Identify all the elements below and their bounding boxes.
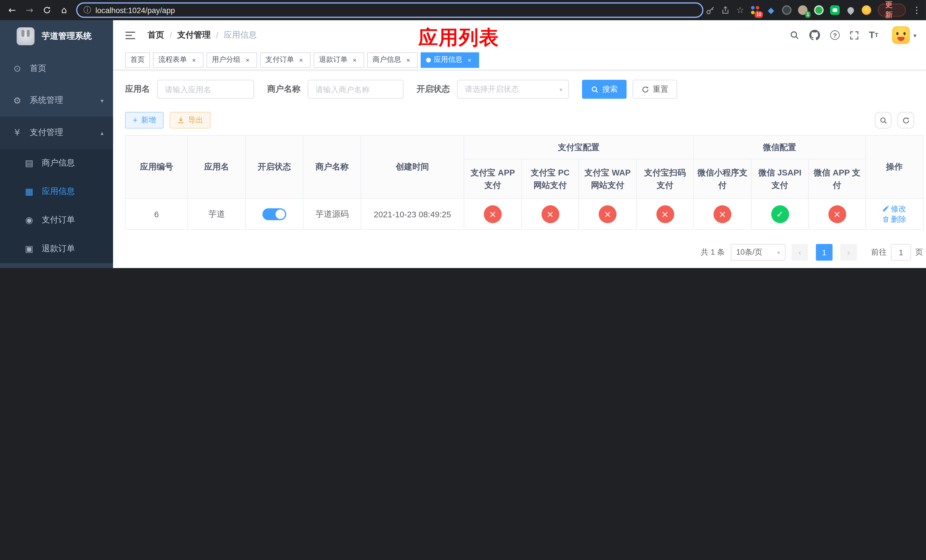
- browser-menu-icon[interactable]: ⋮: [912, 5, 921, 16]
- close-icon[interactable]: ×: [244, 56, 252, 64]
- fullscreen-icon[interactable]: [850, 31, 859, 39]
- user-menu[interactable]: ▾: [892, 26, 917, 44]
- merchant-name-input[interactable]: [307, 80, 403, 99]
- sidebar-item-app-info[interactable]: ▦ 应用信息: [0, 177, 113, 206]
- close-icon[interactable]: ×: [465, 56, 474, 64]
- toggle-search-button[interactable]: [875, 112, 891, 129]
- col-create-time: 创建时间: [361, 135, 464, 198]
- breadcrumb-home[interactable]: 首页: [147, 30, 164, 41]
- next-page-button[interactable]: ›: [840, 244, 857, 261]
- sidebar-item-payment[interactable]: ¥ 支付管理 ▴: [0, 117, 113, 149]
- chevron-down-icon: ▾: [914, 32, 917, 38]
- top-navbar: 首页 / 支付管理 / 应用信息 ?: [113, 20, 926, 50]
- sidebar-item-pay-order[interactable]: ◉ 支付订单: [0, 206, 113, 235]
- cell-app-id: 6: [125, 198, 188, 230]
- col-app-id: 应用编号: [125, 135, 188, 198]
- app-title: 芋道管理系统: [42, 31, 92, 42]
- password-key-icon[interactable]: [706, 6, 715, 15]
- extension-gem-icon[interactable]: ◆: [766, 5, 775, 15]
- add-button-label: 新增: [141, 115, 156, 125]
- dashboard-icon: ⊙: [12, 63, 23, 74]
- prev-page-button[interactable]: ‹: [791, 244, 808, 261]
- close-icon[interactable]: ×: [351, 56, 359, 64]
- breadcrumb: 首页 / 支付管理 / 应用信息: [147, 30, 257, 41]
- app-name-label: 应用名: [125, 84, 150, 95]
- app-table: 应用编号 应用名 开启状态 商户名称 创建时间 支付宝配置 微信配置 操作 支付…: [125, 135, 924, 230]
- extension-pin-icon[interactable]: [846, 5, 855, 15]
- sidebar-item-home[interactable]: ⊙ 首页: [0, 52, 113, 85]
- app-name-input[interactable]: [157, 80, 254, 99]
- smiley-glyph: [862, 5, 872, 15]
- chevron-up-icon: ▴: [100, 129, 104, 136]
- extension-chat-icon[interactable]: [830, 5, 840, 15]
- tab-label: 商户信息: [372, 55, 401, 65]
- search-icon[interactable]: [790, 30, 799, 40]
- sidebar-item-merchant-info[interactable]: ▤ 商户信息: [0, 149, 113, 177]
- goto-suffix: 页: [915, 247, 923, 258]
- sidebar-toggle-icon[interactable]: [123, 31, 138, 39]
- extension-badge: 10: [755, 11, 763, 18]
- close-icon[interactable]: ×: [297, 56, 305, 64]
- browser-home-icon[interactable]: ⌂: [57, 2, 71, 18]
- breadcrumb-separator: /: [216, 30, 218, 40]
- status-select[interactable]: 请选择开启状态 ▾: [457, 80, 569, 99]
- reload-icon[interactable]: [39, 2, 54, 18]
- sidebar-item-infrastructure[interactable]: ▥ 基础设施 ▾: [0, 263, 113, 268]
- sidebar-item-refund-order[interactable]: ▣ 退款订单: [0, 235, 113, 263]
- page-size-select[interactable]: 10条/页 ▾: [731, 244, 785, 261]
- close-icon[interactable]: ×: [190, 56, 198, 64]
- browser-toolbar: ← → ⌂ ⓘ localhost:1024/pay/app ☆ 10 ◆: [0, 0, 926, 20]
- sidebar: 芋道管理系统 ⊙ 首页 ⚙ 系统管理 ▾ ¥ 支付管理 ▴: [0, 20, 113, 268]
- extension-green-circle-icon[interactable]: [814, 5, 823, 15]
- status-toggle[interactable]: [263, 208, 286, 220]
- back-icon[interactable]: ←: [5, 2, 20, 18]
- search-button[interactable]: 搜索: [582, 80, 627, 99]
- address-bar[interactable]: ⓘ localhost:1024/pay/app: [76, 2, 703, 18]
- page-1-button[interactable]: 1: [816, 244, 832, 261]
- url-text: localhost:1024/pay/app: [95, 6, 175, 15]
- reset-button[interactable]: 重置: [633, 80, 678, 99]
- refresh-icon: [902, 116, 909, 124]
- edit-link[interactable]: 修改: [882, 203, 906, 214]
- tab-pay-order[interactable]: 支付订单×: [260, 52, 311, 68]
- extension-dark-icon[interactable]: [782, 5, 791, 15]
- refresh-table-button[interactable]: [897, 112, 914, 129]
- breadcrumb-payment[interactable]: 支付管理: [177, 30, 211, 41]
- chrome-update-button[interactable]: 更新: [878, 4, 906, 17]
- tab-user-group[interactable]: 用户分组×: [206, 52, 257, 68]
- chevron-down-icon: ▾: [100, 97, 104, 104]
- tab-label: 应用信息: [434, 55, 462, 65]
- add-button[interactable]: + 新增: [125, 112, 164, 129]
- tab-app-info[interactable]: 应用信息×: [421, 52, 479, 68]
- tab-refund-order[interactable]: 退款订单×: [313, 52, 364, 68]
- help-icon[interactable]: ?: [830, 30, 840, 40]
- font-size-icon[interactable]: TT: [869, 30, 878, 40]
- tab-process-form[interactable]: 流程表单×: [153, 52, 204, 68]
- extension-smiley-icon[interactable]: [862, 5, 872, 15]
- goto-page-input[interactable]: [891, 244, 911, 261]
- site-info-icon[interactable]: ⓘ: [83, 5, 91, 16]
- chevron-down-icon: ▾: [559, 86, 562, 92]
- tab-merchant-info[interactable]: 商户信息×: [367, 52, 418, 68]
- share-icon[interactable]: [721, 6, 729, 14]
- export-button[interactable]: 导出: [170, 112, 211, 129]
- search-button-label: 搜索: [602, 84, 617, 95]
- user-avatar: [892, 26, 910, 44]
- group-alipay-config: 支付宝配置: [464, 135, 694, 159]
- extension-chat-glyph: [830, 5, 840, 15]
- bookmark-star-icon[interactable]: ☆: [736, 5, 744, 16]
- close-icon[interactable]: ×: [404, 56, 412, 64]
- extension-grid-icon[interactable]: 10: [750, 5, 760, 15]
- pin-glyph: [846, 5, 856, 15]
- sidebar-item-system[interactable]: ⚙ 系统管理 ▾: [0, 85, 113, 117]
- tab-home[interactable]: 首页: [125, 52, 150, 68]
- page-overlay-title: 应用列表: [418, 24, 499, 51]
- app-logo-image: [17, 27, 35, 45]
- goto-label: 前往: [872, 247, 887, 258]
- order-icon: ◉: [24, 215, 35, 226]
- extension-avatar-icon[interactable]: 1: [798, 5, 808, 15]
- delete-link[interactable]: 删除: [882, 214, 906, 225]
- tab-label: 用户分组: [212, 55, 240, 65]
- github-icon[interactable]: [809, 30, 820, 41]
- forward-icon[interactable]: →: [22, 2, 37, 18]
